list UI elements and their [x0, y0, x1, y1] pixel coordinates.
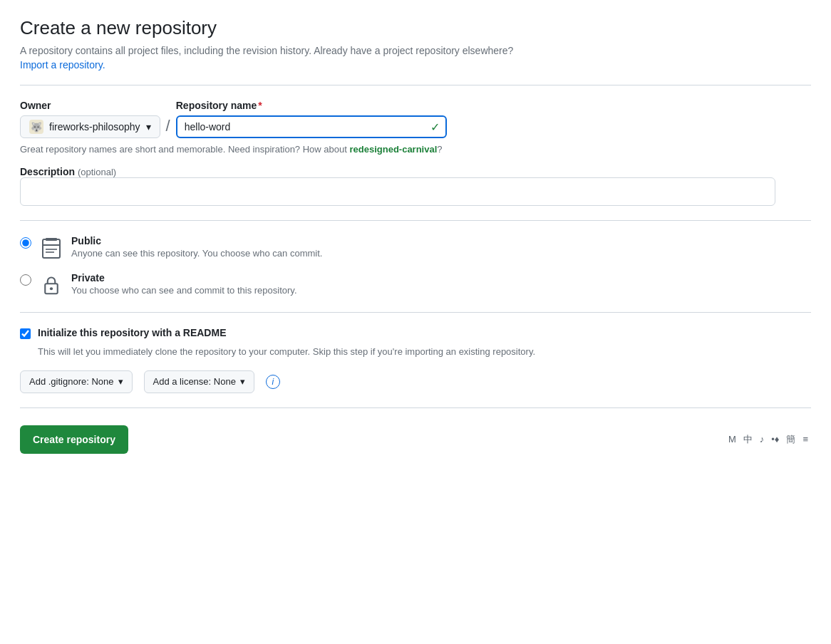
visibility-divider — [20, 312, 811, 313]
public-text: Public Anyone can see this repository. Y… — [71, 235, 322, 259]
owner-dropdown[interactable]: 🐺 fireworks-philosophy ▾ — [20, 115, 160, 138]
page-subtitle: A repository contains all project files,… — [20, 45, 811, 56]
bottom-row: Create repository M 中 ♪ •♦ 簡 ≡ — [20, 425, 811, 454]
readme-option[interactable]: Initialize this repository with a README — [20, 327, 811, 339]
ime-music[interactable]: ♪ — [757, 432, 768, 446]
owner-avatar-icon: 🐺 — [29, 120, 43, 134]
private-option[interactable]: Private You choose who can see and commi… — [20, 272, 811, 298]
gitignore-arrow: ▾ — [118, 376, 123, 387]
readme-section: Initialize this repository with a README… — [20, 327, 811, 393]
gitignore-label: Add .gitignore: None — [29, 376, 114, 387]
license-dropdown[interactable]: Add a license: None ▾ — [144, 370, 254, 393]
slash-separator: / — [160, 117, 176, 138]
private-radio[interactable] — [20, 274, 31, 286]
owner-name: fireworks-philosophy — [49, 121, 140, 133]
readme-label: Initialize this repository with a README — [38, 327, 226, 338]
repo-name-input[interactable] — [176, 115, 447, 138]
suggestion-text: Great repository names are short and mem… — [20, 144, 811, 155]
ime-dot[interactable]: •♦ — [768, 432, 782, 446]
create-repository-button[interactable]: Create repository — [20, 425, 128, 454]
owner-label: Owner — [20, 100, 160, 111]
svg-point-8 — [50, 287, 53, 290]
ime-toolbar: M 中 ♪ •♦ 簡 ≡ — [726, 432, 811, 447]
public-icon — [40, 235, 63, 261]
suggestion-link[interactable]: redesigned-carnival — [349, 144, 437, 155]
license-arrow: ▾ — [240, 376, 245, 387]
private-text: Private You choose who can see and commi… — [71, 272, 297, 296]
svg-rect-2 — [43, 239, 60, 258]
page-title: Create a new repository — [20, 17, 811, 39]
gitignore-dropdown[interactable]: Add .gitignore: None ▾ — [20, 370, 133, 393]
repo-name-label: Repository name* — [176, 100, 447, 111]
readme-checkbox[interactable] — [20, 328, 31, 339]
ime-menu[interactable]: ≡ — [800, 432, 811, 446]
description-optional: (optional) — [78, 167, 116, 177]
description-divider — [20, 220, 811, 221]
required-star: * — [258, 100, 262, 111]
ime-zh[interactable]: 中 — [740, 432, 755, 447]
svg-rect-3 — [46, 238, 57, 241]
ime-simp[interactable]: 簡 — [783, 432, 798, 447]
info-icon[interactable]: i — [266, 375, 280, 389]
header-divider — [20, 85, 811, 85]
public-option[interactable]: Public Anyone can see this repository. Y… — [20, 235, 811, 261]
license-label: Add a license: None — [153, 376, 236, 387]
public-radio[interactable] — [20, 237, 31, 249]
visibility-section: Public Anyone can see this repository. Y… — [20, 235, 811, 298]
bottom-divider — [20, 407, 811, 408]
description-label: Description (optional) — [20, 166, 116, 177]
owner-dropdown-arrow: ▾ — [146, 121, 151, 133]
description-input[interactable] — [20, 177, 775, 206]
import-link[interactable]: Import a repository. — [20, 59, 105, 71]
ime-m[interactable]: M — [726, 432, 739, 446]
repo-name-wrapper: ✓ — [176, 115, 447, 138]
info-symbol: i — [272, 377, 274, 387]
extra-options-row: Add .gitignore: None ▾ Add a license: No… — [20, 370, 811, 393]
svg-text:🐺: 🐺 — [31, 121, 43, 133]
repo-name-valid-icon: ✓ — [430, 120, 440, 134]
readme-description: This will let you immediately clone the … — [38, 345, 811, 359]
private-icon — [40, 272, 63, 298]
